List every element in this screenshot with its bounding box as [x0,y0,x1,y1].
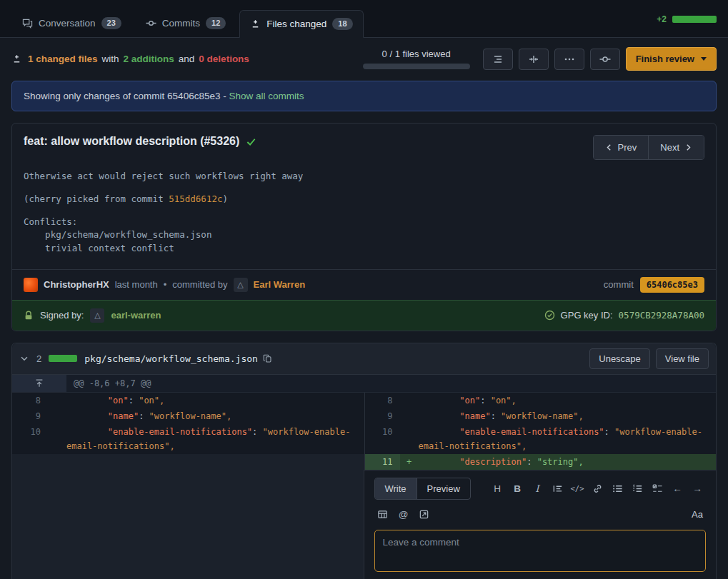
json-key: "enable-email-notifications" [419,427,604,437]
old-line-number[interactable]: 10 [12,424,48,454]
files-viewed-progress: 0 / 1 files viewed [363,49,470,69]
code-icon[interactable]: </> [569,480,586,497]
changed-files-link[interactable]: 1 changed files [28,54,98,64]
new-code-line: "enable-email-notifications": "workflow-… [419,424,717,454]
changed-files-summary: 1 changed files with 2 additions and 0 d… [11,54,249,64]
old-code-line: "enable-email-notifications": "workflow-… [66,424,364,454]
outdent-icon[interactable]: ← [669,480,686,497]
prev-commit-button[interactable]: Prev [594,136,649,159]
signer-avatar[interactable]: △ [90,308,104,323]
committer-avatar[interactable]: △ [234,278,248,292]
json-key: "enable-email-notifications" [66,427,252,437]
author-avatar[interactable] [24,278,38,292]
tab-conversation[interactable]: Conversation 23 [11,9,132,37]
json-value: "string", [537,457,584,467]
tab-count: 18 [332,18,352,30]
editor-insert-tools: @ Aa [374,506,707,523]
diff-stat-additions: +2 [657,14,667,24]
new-line-number[interactable]: 9 [364,408,400,424]
tab-label: Commits [162,18,200,29]
ellipsis-icon [564,54,575,65]
finish-review-button[interactable]: Finish review [626,47,717,71]
old-line-number[interactable]: 9 [12,408,48,424]
editor-tabs: Write Preview [374,478,471,500]
author-name[interactable]: ChristopherHX [44,279,109,290]
numbered-list-icon[interactable] [629,480,646,497]
file-diff-header: 2 pkg/schema/workflow_schema.json Unesca… [12,343,716,375]
split-diff-grid: 8 "on": "on", 8 "on": "on", 9 "name": "w… [12,393,716,470]
signer-name[interactable]: earl-warren [111,310,161,321]
gpg-key-group: GPG key ID: 0579CB2928A78A00 [544,310,704,321]
write-tab[interactable]: Write [375,478,417,499]
finish-review-label: Finish review [636,54,694,64]
comment-textarea[interactable] [374,530,707,572]
pull-request-files-page: Conversation 23 Commits 12 Files changed… [0,0,728,579]
bold-icon[interactable]: B [509,480,526,497]
summary-text: with [102,54,119,64]
quote-icon[interactable] [549,480,566,497]
commits-icon [146,18,156,29]
line-sign [400,424,419,454]
next-commit-button[interactable]: Next [648,136,704,159]
cherry-pick-text: ) [222,193,228,204]
lock-icon [24,311,34,321]
link-icon[interactable] [589,480,606,497]
tab-label: Conversation [39,18,96,29]
commit-message-line: Otherwise act would reject such workflow… [24,170,704,183]
bullet-list-icon[interactable] [609,480,626,497]
commit-meta-row: ChristopherHX last month • committed by … [12,269,716,300]
commit-sha-badge[interactable]: 65406c85e3 [640,277,704,293]
files-viewed-label: 0 / 1 files viewed [382,49,451,59]
commit-header: feat: allow workflow description (#5326)… [12,124,716,168]
unescape-button[interactable]: Unescape [589,348,650,369]
whitespace-icon [492,54,504,65]
tab-commits[interactable]: Commits 12 [135,9,237,37]
copy-icon[interactable] [263,354,272,363]
check-icon [246,136,256,147]
commit-message-body: Otherwise act would reject such workflow… [12,168,716,269]
new-line-number[interactable]: 10 [364,424,400,454]
reference-icon[interactable] [416,506,433,523]
file-name-text: pkg/schema/workflow_schema.json [84,353,258,364]
cherry-pick-commit-link[interactable]: 515dd6612c [169,193,222,204]
task-list-icon[interactable] [649,480,666,497]
prev-label: Prev [618,142,637,153]
line-sign [400,393,419,408]
new-line-number[interactable]: 11 [364,454,400,470]
mention-icon[interactable]: @ [395,506,412,523]
additions-count: 2 additions [124,54,174,64]
editor-format-tools: H B I </> [489,480,706,497]
view-file-button[interactable]: View file [656,348,709,369]
chevron-down-icon [701,57,707,61]
review-commits-button[interactable] [590,49,620,70]
split-view-button[interactable] [519,49,549,70]
new-line-number[interactable]: 8 [364,393,400,408]
whitespace-button[interactable] [483,49,513,70]
signature-row: Signed by: △ earl-warren GPG key ID: 057… [12,300,716,331]
old-code-line: "name": "workflow-name", [66,408,364,424]
more-options-button[interactable] [554,49,584,70]
show-all-commits-link[interactable]: Show all commits [229,91,304,101]
italic-icon[interactable]: I [529,480,546,497]
gpg-key-label: GPG key ID: [561,310,613,321]
preview-tab[interactable]: Preview [417,478,470,499]
comment-discussion-icon [22,18,33,29]
commit-title-text: feat: allow workflow description (#5326) [24,135,239,148]
tab-label: Files changed [266,19,326,29]
collapse-file-chevron-icon[interactable] [19,353,29,363]
new-code-line: "name": "workflow-name", [419,408,717,424]
font-toggle-button[interactable]: Aa [689,506,706,523]
old-line-number[interactable]: 8 [12,393,48,408]
json-punctuation: : [129,396,139,406]
json-punctuation: : [139,411,149,421]
json-punctuation: : [252,427,262,437]
committer-name[interactable]: Earl Warren [254,279,306,290]
expand-hunk-button[interactable] [12,375,66,392]
tab-files-changed[interactable]: Files changed 18 [239,10,363,38]
heading-icon[interactable]: H [489,480,506,497]
table-icon[interactable] [374,506,392,523]
json-punctuation: : [527,457,537,467]
commit-icon [599,54,611,65]
indent-icon[interactable]: → [689,480,706,497]
commit-box: feat: allow workflow description (#5326)… [11,123,717,331]
